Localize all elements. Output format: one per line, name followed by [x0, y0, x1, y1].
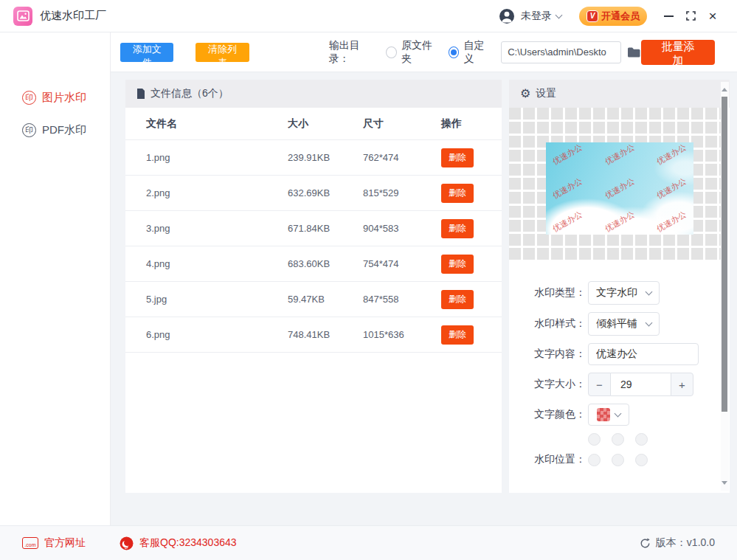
delete-button[interactable]: 删除 [441, 184, 474, 203]
add-files-button[interactable]: 添加文件 [120, 43, 173, 62]
window-controls: × [657, 5, 724, 27]
sidebar: 印 图片水印 印 PDF水印 [0, 32, 111, 525]
cell-size: 239.91KB [288, 152, 363, 163]
file-panel-title: 文件信息（6个） [150, 87, 229, 100]
output-path-input[interactable] [501, 41, 621, 63]
delete-button[interactable]: 删除 [441, 290, 474, 309]
position-option[interactable] [635, 454, 648, 466]
chevron-down-icon [646, 288, 653, 296]
text-color-picker[interactable] [588, 404, 629, 426]
delete-button[interactable]: 删除 [441, 148, 474, 167]
watermark-style-value: 倾斜平铺 [596, 317, 637, 331]
login-status-label: 未登录 [521, 10, 552, 23]
color-swatch [597, 408, 610, 421]
vip-label: 开通会员 [601, 10, 640, 23]
support-qq-link[interactable]: 客服QQ:3234303643 [120, 536, 237, 550]
column-action: 操作 [441, 117, 502, 131]
cell-dimensions: 1015*636 [363, 329, 441, 340]
official-website-link[interactable]: .com 官方网址 [22, 536, 86, 550]
table-row: 2.png 632.69KB 815*529 删除 [125, 176, 502, 211]
browse-folder-button[interactable] [627, 46, 641, 58]
text-content-input[interactable] [588, 343, 699, 365]
cell-size: 683.60KB [288, 258, 363, 269]
minimize-button[interactable] [657, 5, 679, 27]
position-option[interactable] [588, 433, 601, 446]
table-row: 6.png 748.41KB 1015*636 删除 [125, 317, 502, 353]
document-icon [136, 89, 145, 99]
cell-dimensions: 904*583 [363, 223, 441, 234]
folder-icon [627, 46, 641, 58]
cell-filename: 5.jpg [125, 294, 288, 305]
stamp-icon: 印 [22, 123, 36, 137]
position-option[interactable] [635, 433, 648, 446]
scroll-up-icon[interactable] [722, 88, 727, 91]
scroll-down-icon[interactable] [722, 481, 727, 485]
support-qq-label: 客服QQ:3234303643 [139, 536, 237, 550]
settings-scrollbar[interactable] [721, 82, 729, 491]
user-icon [499, 8, 515, 24]
settings-panel-title: 设置 [536, 87, 556, 100]
settings-panel-header: ⚙ 设置 [509, 80, 730, 108]
watermark-type-label: 水印类型： [509, 286, 586, 300]
file-list-panel: 文件信息（6个） 文件名 大小 尺寸 操作 1.png 239.91KB 762… [125, 80, 502, 493]
stamp-icon: 印 [22, 91, 36, 105]
watermark-type-value: 文字水印 [596, 286, 637, 300]
table-row: 1.png 239.91KB 762*474 删除 [125, 140, 502, 176]
maximize-button[interactable] [679, 5, 702, 27]
delete-button[interactable]: 删除 [441, 325, 474, 345]
delete-button[interactable]: 删除 [441, 255, 474, 274]
column-dimensions: 尺寸 [363, 117, 441, 131]
login-menu[interactable]: 未登录 [499, 8, 561, 24]
decrease-button[interactable]: − [588, 373, 611, 396]
delete-button[interactable]: 删除 [441, 219, 474, 238]
app-title: 优速水印工厂 [40, 9, 106, 23]
cell-size: 748.41KB [288, 329, 363, 340]
sidebar-item-label: 图片水印 [42, 91, 86, 105]
scrollbar-thumb[interactable] [722, 97, 727, 412]
maximize-icon [686, 11, 696, 21]
text-size-label: 文字大小： [509, 378, 586, 391]
radio-icon [386, 46, 397, 58]
radio-custom-folder[interactable]: 自定义 [449, 39, 493, 66]
cell-filename: 6.png [125, 329, 288, 340]
version-label: 版本：v1.0.0 [656, 536, 715, 550]
cell-filename: 4.png [125, 258, 288, 269]
text-color-label: 文字颜色： [509, 408, 586, 421]
table-header: 文件名 大小 尺寸 操作 [125, 108, 502, 140]
cell-size: 671.84KB [288, 223, 363, 234]
position-option[interactable] [612, 454, 624, 466]
cell-dimensions: 815*529 [363, 187, 441, 198]
text-size-stepper: − 29 + [588, 373, 693, 396]
sidebar-item-pdf-watermark[interactable]: 印 PDF水印 [0, 114, 110, 146]
watermark-type-select[interactable]: 文字水印 [588, 281, 660, 305]
sidebar-item-image-watermark[interactable]: 印 图片水印 [0, 81, 110, 114]
cell-filename: 1.png [125, 152, 288, 163]
official-website-label: 官方网址 [44, 536, 86, 550]
cell-dimensions: 762*474 [363, 152, 441, 163]
text-size-value[interactable]: 29 [611, 373, 671, 396]
table-row: 4.png 683.60KB 754*474 删除 [125, 246, 502, 282]
watermark-style-select[interactable]: 倾斜平铺 [588, 312, 660, 336]
position-option[interactable] [612, 433, 624, 446]
preview-image: 优速办公 优速办公 优速办公 优速办公 优速办公 优速办公 优速办公 优速办公 … [546, 142, 693, 235]
radio-custom-label: 自定义 [463, 39, 492, 66]
cell-size: 59.47KB [288, 294, 363, 305]
column-filename: 文件名 [125, 117, 288, 131]
cell-dimensions: 754*474 [363, 258, 441, 269]
position-option[interactable] [588, 454, 601, 466]
column-size: 大小 [288, 117, 363, 131]
increase-button[interactable]: + [671, 373, 693, 396]
clear-list-button[interactable]: 清除列表 [196, 43, 249, 62]
file-panel-header: 文件信息（6个） [125, 80, 502, 108]
vip-icon: V [587, 10, 598, 22]
open-vip-button[interactable]: V 开通会员 [579, 7, 647, 26]
cell-dimensions: 847*558 [363, 294, 441, 305]
content-area: 文件信息（6个） 文件名 大小 尺寸 操作 1.png 239.91KB 762… [111, 72, 737, 525]
close-button[interactable]: × [702, 5, 724, 27]
radio-original-folder[interactable]: 原文件夹 [386, 39, 440, 66]
refresh-icon[interactable] [640, 538, 651, 549]
table-row: 5.jpg 59.47KB 847*558 删除 [125, 282, 502, 317]
batch-add-button[interactable]: 批量添加 [641, 40, 715, 65]
version-info: 版本：v1.0.0 [640, 536, 715, 550]
gear-icon: ⚙ [520, 88, 530, 100]
